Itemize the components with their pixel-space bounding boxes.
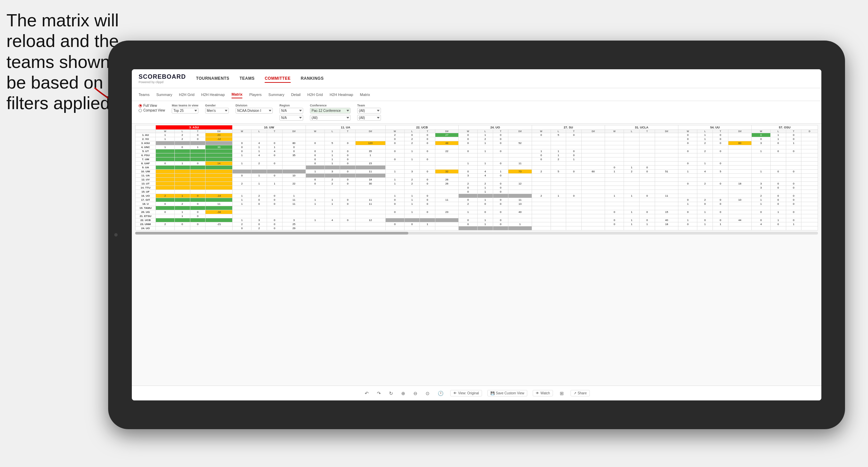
cell	[356, 214, 386, 218]
region-select[interactable]: N/A	[280, 108, 303, 114]
sub-nav-matrix[interactable]: Matrix	[232, 91, 242, 98]
row-label-ug: 20. UG	[136, 210, 156, 214]
cell	[624, 145, 640, 149]
cell	[385, 162, 404, 166]
cell: 15	[356, 162, 386, 166]
view-original-label: View: Original	[458, 391, 479, 395]
view-radio-group: Full View Compact View	[139, 104, 165, 112]
cell: 36	[206, 145, 233, 149]
refresh-icon[interactable]: ↻	[388, 390, 394, 397]
division-filter: Division NCAA Division I NCAA Division I…	[236, 104, 273, 114]
save-custom-view-label: Save Custom View	[496, 391, 524, 395]
cell	[190, 182, 206, 186]
cell: 0	[713, 202, 728, 206]
sub-nav-h2h-grid[interactable]: H2H Grid	[179, 91, 194, 98]
sh-osu-t: T	[786, 130, 801, 133]
cell: 2	[459, 202, 478, 206]
team-select[interactable]: (All)	[357, 108, 381, 114]
logo-title: SCOREBOARD	[139, 73, 186, 80]
compact-view-radio[interactable]: Compact View	[139, 108, 165, 112]
redo-icon[interactable]: ↷	[376, 390, 382, 397]
sub-header-empty	[136, 130, 156, 133]
cell	[267, 206, 282, 210]
division-select[interactable]: NCAA Division I NCAA Division II	[236, 108, 273, 114]
sub-nav-summary2[interactable]: Summary	[268, 91, 284, 98]
sub-nav-h2h-heatmap[interactable]: H2H Heatmap	[201, 91, 225, 98]
cell	[156, 153, 175, 157]
cell: 26	[435, 178, 458, 182]
cell: 0	[678, 162, 697, 166]
cell: 0	[267, 153, 282, 157]
cell	[233, 210, 251, 214]
sub-nav-summary[interactable]: Summary	[156, 91, 172, 98]
sub-nav-teams[interactable]: Teams	[139, 91, 149, 98]
sub-nav-matrix2[interactable]: Matrix	[360, 91, 370, 98]
cell: 0	[786, 149, 801, 153]
watch-button[interactable]: 👁 Watch	[533, 390, 553, 396]
cell: 0	[340, 153, 356, 157]
row-label-tamu: 19. TAMU	[136, 206, 156, 210]
cell	[206, 149, 233, 153]
grid-icon[interactable]: ⊞	[558, 390, 565, 397]
cell	[581, 145, 605, 149]
zoom-in-icon[interactable]: ⊕	[400, 390, 407, 397]
cell: 2	[404, 141, 420, 145]
cell	[581, 149, 605, 153]
view-original-button[interactable]: 👁 View: Original	[450, 390, 482, 396]
cell: 1	[175, 210, 190, 214]
cell: 1	[385, 194, 404, 198]
team-select2[interactable]: (All)	[357, 115, 381, 121]
cell	[713, 206, 728, 210]
nav-rankings[interactable]: RANKINGS	[301, 75, 324, 83]
cell: 1	[385, 170, 404, 174]
cell: 0	[340, 182, 356, 186]
cell	[175, 149, 190, 153]
cell	[267, 214, 282, 218]
cell: 1	[385, 182, 404, 186]
cell	[801, 174, 818, 178]
cell: 80	[282, 141, 306, 145]
conference-select2[interactable]: (All)	[310, 115, 351, 121]
cell	[640, 149, 655, 153]
cell	[233, 178, 251, 182]
zoom-out-icon[interactable]: ⊖	[412, 390, 419, 397]
cell: 2	[324, 182, 340, 186]
sub-nav-players[interactable]: Players	[249, 91, 262, 98]
cell: 1	[478, 186, 493, 190]
cell: 0	[770, 202, 786, 206]
nav-committee[interactable]: COMMITTEE	[265, 75, 291, 83]
undo-icon[interactable]: ↶	[363, 390, 370, 397]
max-teams-select[interactable]: Top 25 Top 10 Top 50	[172, 108, 198, 114]
cell: 5	[324, 141, 340, 145]
sub-nav-h2h-heatmap2[interactable]: H2H Heatmap	[330, 91, 353, 98]
cell-diag	[206, 141, 233, 145]
gender-select[interactable]: Men's Women's	[205, 108, 229, 114]
cell	[251, 166, 267, 170]
share-button[interactable]: ↗ Share	[571, 390, 590, 396]
full-view-radio[interactable]: Full View	[139, 104, 165, 107]
clock-icon[interactable]: 🕐	[436, 390, 445, 397]
save-custom-view-button[interactable]: 💾 Save Custom View	[487, 390, 527, 396]
region-select2[interactable]: N/A	[280, 115, 303, 121]
cell	[340, 206, 356, 210]
cell: 25	[282, 222, 306, 226]
cell	[770, 178, 786, 182]
cell: 1	[385, 178, 404, 182]
nav-teams[interactable]: TEAMS	[240, 75, 255, 83]
cell	[478, 145, 493, 149]
cell	[435, 202, 458, 206]
scrollbar[interactable]	[135, 232, 818, 235]
cell: 1	[251, 149, 267, 153]
cell: 1	[267, 145, 282, 149]
cell: 1	[697, 137, 713, 141]
row-label-vu: 2. VU	[136, 137, 156, 141]
conference-select[interactable]: Pac-12 Conference (All)	[310, 108, 351, 114]
matrix-content[interactable]: 3. ASU 10. UW 11. UA 22. UCB 24. UO 27. …	[132, 124, 821, 386]
sub-nav-detail[interactable]: Detail	[291, 91, 300, 98]
table-row: 5. UT 0140 01035 01022 010 110 020 100	[136, 149, 818, 153]
sub-nav-h2h-grid2[interactable]: H2H Grid	[307, 91, 323, 98]
cell: 15	[655, 210, 678, 214]
reset-icon[interactable]: ⊙	[424, 390, 431, 397]
nav-tournaments[interactable]: TOURNAMENTS	[196, 75, 230, 83]
cell	[435, 166, 458, 170]
